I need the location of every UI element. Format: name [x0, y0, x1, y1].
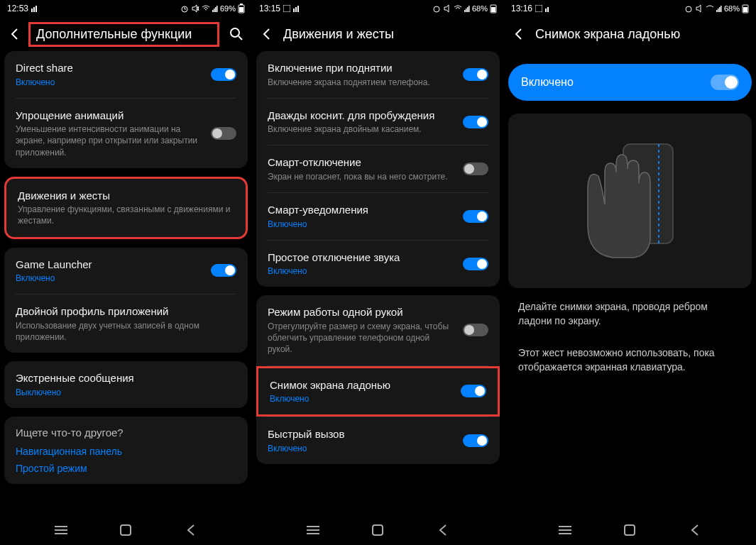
item-game-launcher[interactable]: Game Launcher Включено [4, 248, 248, 294]
alarm-icon [432, 4, 441, 13]
master-toggle-banner[interactable]: Включено [508, 64, 752, 101]
item-easy-mute[interactable]: Простое отключение звука Включено [256, 241, 500, 287]
battery-text: 68% [724, 4, 740, 13]
toggle-direct-call[interactable] [463, 434, 488, 447]
nav-back[interactable] [185, 524, 197, 536]
nav-recents[interactable] [307, 524, 319, 536]
screen-motions-gestures: 13:15 68% Движения и жесты Включение при… [252, 0, 504, 545]
toggle-double-tap[interactable] [463, 116, 488, 128]
item-direct-call[interactable]: Быстрый вызов Включено [256, 417, 500, 464]
suggestions-title: Ищете что-то другое? [16, 426, 236, 439]
item-dual-messenger[interactable]: Двойной профиль приложений Использование… [4, 294, 248, 353]
svg-rect-7 [214, 9, 215, 12]
item-double-tap-wake[interactable]: Дважды коснит. для пробуждения Включение… [256, 99, 500, 145]
nav-home[interactable] [623, 524, 636, 536]
svg-rect-19 [283, 5, 290, 12]
item-motions-gestures[interactable]: Движения и жесты Управление функциями, с… [6, 179, 246, 237]
nav-recents[interactable] [559, 524, 571, 536]
screen-advanced-features: 12:53 69% Дополнительные функции Direct … [0, 0, 252, 545]
svg-point-23 [434, 6, 439, 12]
suggestion-link-nav[interactable]: Навигационная панель [16, 446, 236, 457]
item-lift-to-wake[interactable]: Включение при поднятии Включение экрана … [256, 51, 500, 98]
item-one-handed[interactable]: Режим работы одной рукой Отрегулируйте р… [256, 295, 500, 365]
suggestions: Ищете что-то другое? Навигационная панел… [4, 417, 248, 484]
svg-rect-40 [719, 7, 721, 12]
status-net-icon [31, 5, 38, 12]
nav-home[interactable] [371, 524, 384, 536]
svg-rect-33 [373, 525, 383, 535]
nav-home[interactable] [119, 524, 132, 536]
item-palm-swipe[interactable]: Снимок экрана ладонью Включено [256, 366, 500, 417]
item-sub: Выключено [16, 387, 236, 398]
page-title: Движения и жесты [283, 27, 495, 42]
item-title: Дважды коснит. для пробуждения [268, 109, 454, 123]
toggle-smart-alert[interactable] [463, 210, 488, 223]
search-icon [229, 27, 243, 41]
page-title: Снимок экрана ладонью [535, 27, 747, 42]
item-sub: Использование двух учетных записей в одн… [16, 320, 236, 343]
svg-rect-39 [718, 9, 719, 12]
item-sub: Включено [268, 265, 454, 277]
nav-bar [0, 515, 252, 545]
toggle-direct-share[interactable] [211, 68, 236, 81]
svg-rect-11 [240, 4, 243, 5]
status-time: 13:16 [511, 4, 532, 13]
svg-rect-41 [721, 6, 722, 12]
item-title: Упрощение анимаций [16, 109, 202, 123]
item-sos-messages[interactable]: Экстренные сообщения Выключено [4, 361, 248, 408]
back-button[interactable] [9, 28, 21, 40]
toggle-animations[interactable] [211, 127, 236, 140]
svg-rect-9 [217, 6, 218, 12]
item-title: Экстренные сообщения [16, 371, 236, 385]
nav-recents[interactable] [55, 524, 67, 536]
suggestion-link-easy[interactable]: Простой режим [16, 463, 236, 474]
item-reduce-animations[interactable]: Упрощение анимаций Уменьшение интенсивно… [4, 99, 248, 168]
item-sub: Включение экрана двойным касанием. [268, 123, 454, 135]
status-screenshot-icon [283, 5, 290, 12]
battery-icon [238, 4, 245, 13]
app-bar: Дополнительные функции [0, 17, 252, 51]
svg-rect-49 [625, 525, 635, 535]
svg-point-37 [686, 6, 691, 12]
nav-back[interactable] [689, 524, 701, 536]
search-button[interactable] [229, 27, 243, 41]
svg-rect-29 [491, 7, 495, 12]
signal-icon [212, 5, 218, 12]
back-button[interactable] [261, 28, 273, 40]
toggle-lift[interactable] [463, 68, 488, 81]
svg-rect-1 [33, 7, 35, 12]
toggle-palm-swipe[interactable] [461, 385, 486, 397]
toggle-smart-stay[interactable] [463, 163, 488, 175]
toggle-easy-mute[interactable] [463, 258, 488, 270]
item-title: Game Launcher [16, 258, 202, 272]
svg-line-14 [239, 36, 242, 40]
wifi-icon [706, 5, 714, 12]
item-direct-share[interactable]: Direct share Включено [4, 51, 248, 98]
svg-rect-20 [293, 9, 295, 12]
master-toggle[interactable] [711, 75, 739, 90]
battery-text: 68% [472, 4, 488, 13]
item-title: Включение при поднятии [268, 61, 454, 75]
svg-rect-22 [297, 6, 299, 12]
item-title: Direct share [16, 61, 202, 75]
status-net-icon [293, 5, 300, 12]
svg-rect-21 [295, 7, 297, 12]
item-sub: Экран не погаснет, пока вы на него смотр… [268, 171, 454, 182]
back-button[interactable] [513, 28, 525, 40]
item-sub: Управление функциями, связанными с движе… [18, 204, 234, 226]
nav-back[interactable] [437, 524, 449, 536]
svg-point-13 [231, 28, 239, 37]
toggle-game-launcher[interactable] [211, 264, 236, 277]
item-title: Режим работы одной рукой [268, 305, 454, 319]
svg-rect-6 [212, 10, 214, 12]
app-bar: Снимок экрана ладонью [504, 17, 756, 51]
item-sub: Включено [268, 443, 454, 454]
item-smart-stay[interactable]: Смарт-отключение Экран не погаснет, пока… [256, 145, 500, 192]
item-title: Смарт-уведомления [268, 203, 454, 217]
app-bar: Движения и жесты [252, 17, 504, 51]
status-bar: 13:16 68% [504, 0, 756, 17]
toggle-one-handed[interactable] [463, 324, 488, 336]
item-smart-alert[interactable]: Смарт-уведомления Включено [256, 193, 500, 240]
svg-rect-0 [31, 9, 33, 12]
svg-rect-18 [121, 525, 131, 535]
